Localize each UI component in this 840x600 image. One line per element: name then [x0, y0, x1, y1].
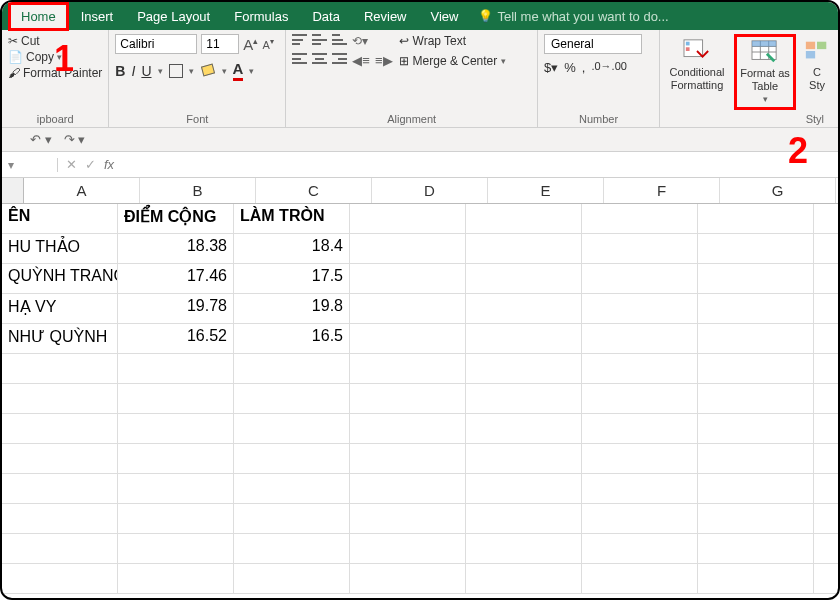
cell[interactable]: 19.8 — [234, 294, 350, 323]
cell[interactable] — [2, 474, 118, 503]
cell[interactable]: 17.46 — [118, 264, 234, 293]
cell[interactable] — [698, 324, 814, 353]
cell[interactable] — [582, 474, 698, 503]
cell[interactable]: NHƯ QUỲNH — [2, 324, 118, 353]
increase-indent-button[interactable]: ≡▶ — [375, 53, 393, 68]
cell[interactable]: HU THẢO — [2, 234, 118, 263]
cell[interactable] — [2, 564, 118, 593]
cell[interactable] — [350, 474, 466, 503]
cell[interactable] — [350, 534, 466, 563]
number-format-dropdown[interactable]: General — [544, 34, 642, 54]
cell[interactable] — [466, 384, 582, 413]
cell[interactable] — [582, 354, 698, 383]
cell[interactable] — [466, 264, 582, 293]
cell[interactable] — [350, 264, 466, 293]
cell[interactable] — [698, 234, 814, 263]
cell[interactable] — [698, 534, 814, 563]
redo-button[interactable]: ↷ ▾ — [64, 132, 86, 147]
cell[interactable] — [2, 354, 118, 383]
cancel-formula-button[interactable]: ✕ — [66, 157, 77, 172]
cell[interactable] — [582, 384, 698, 413]
font-size-dropdown[interactable]: 11 — [201, 34, 239, 54]
format-as-table-button[interactable]: Format as Table▾ — [734, 34, 796, 110]
cell[interactable] — [350, 504, 466, 533]
font-name-dropdown[interactable]: Calibri — [115, 34, 197, 54]
cell[interactable] — [2, 384, 118, 413]
cell[interactable] — [350, 414, 466, 443]
cell[interactable] — [466, 294, 582, 323]
cell[interactable] — [118, 474, 234, 503]
cell[interactable] — [466, 504, 582, 533]
cell[interactable] — [350, 294, 466, 323]
cell[interactable] — [466, 444, 582, 473]
align-bottom-button[interactable] — [332, 34, 347, 45]
cell[interactable] — [698, 504, 814, 533]
cell[interactable] — [234, 534, 350, 563]
cell[interactable] — [118, 354, 234, 383]
column-header[interactable]: C — [256, 178, 372, 203]
conditional-formatting-button[interactable]: Conditional Formatting — [666, 34, 728, 110]
cell[interactable] — [234, 564, 350, 593]
cell[interactable] — [466, 354, 582, 383]
cell[interactable] — [698, 444, 814, 473]
cell[interactable] — [698, 564, 814, 593]
cell[interactable] — [698, 384, 814, 413]
fx-button[interactable]: fx — [104, 157, 114, 172]
bold-button[interactable]: B — [115, 63, 125, 79]
cell[interactable] — [582, 504, 698, 533]
cell[interactable] — [582, 444, 698, 473]
cell[interactable] — [698, 414, 814, 443]
tab-home[interactable]: Home — [8, 2, 69, 31]
comma-button[interactable]: , — [582, 60, 586, 75]
cell[interactable]: 16.52 — [118, 324, 234, 353]
cell[interactable] — [350, 354, 466, 383]
cell[interactable] — [466, 564, 582, 593]
cell[interactable] — [234, 354, 350, 383]
cell[interactable] — [466, 234, 582, 263]
cell[interactable] — [234, 504, 350, 533]
decrease-indent-button[interactable]: ◀≡ — [352, 53, 370, 68]
cell[interactable] — [582, 234, 698, 263]
fill-color-button[interactable] — [200, 65, 216, 77]
cell[interactable] — [2, 534, 118, 563]
increase-decimal-button[interactable]: .0→.00 — [591, 60, 626, 75]
cell[interactable] — [582, 264, 698, 293]
cell[interactable]: 18.38 — [118, 234, 234, 263]
cell[interactable] — [350, 384, 466, 413]
shrink-font-button[interactable]: A▾ — [262, 37, 273, 51]
tab-review[interactable]: Review — [352, 3, 419, 30]
cell[interactable] — [234, 384, 350, 413]
cell[interactable] — [2, 504, 118, 533]
cell[interactable]: 18.4 — [234, 234, 350, 263]
cell[interactable] — [350, 444, 466, 473]
column-header[interactable]: A — [24, 178, 140, 203]
cell[interactable] — [698, 474, 814, 503]
tell-me-search[interactable]: 💡Tell me what you want to do... — [470, 9, 668, 24]
cell[interactable] — [466, 324, 582, 353]
tab-insert[interactable]: Insert — [69, 3, 126, 30]
cell[interactable] — [466, 474, 582, 503]
cell[interactable] — [466, 204, 582, 233]
grow-font-button[interactable]: A▴ — [243, 36, 258, 53]
align-left-button[interactable] — [292, 53, 307, 64]
wrap-text-button[interactable]: ↩Wrap Text — [399, 34, 507, 48]
enter-formula-button[interactable]: ✓ — [85, 157, 96, 172]
tab-data[interactable]: Data — [300, 3, 351, 30]
cell[interactable] — [350, 324, 466, 353]
cell[interactable] — [118, 384, 234, 413]
cell[interactable] — [582, 204, 698, 233]
align-top-button[interactable] — [292, 34, 307, 45]
column-header[interactable]: F — [604, 178, 720, 203]
cell[interactable] — [118, 414, 234, 443]
borders-button[interactable] — [169, 64, 183, 78]
cell[interactable] — [234, 414, 350, 443]
select-all-corner[interactable] — [2, 178, 24, 203]
accounting-format-button[interactable]: $▾ — [544, 60, 558, 75]
column-header[interactable]: D — [372, 178, 488, 203]
cell[interactable] — [698, 204, 814, 233]
name-box[interactable]: ▾ — [2, 158, 58, 172]
cell[interactable] — [582, 564, 698, 593]
cell[interactable]: 16.5 — [234, 324, 350, 353]
cell[interactable] — [698, 354, 814, 383]
merge-center-button[interactable]: ⊞Merge & Center▾ — [399, 54, 507, 68]
